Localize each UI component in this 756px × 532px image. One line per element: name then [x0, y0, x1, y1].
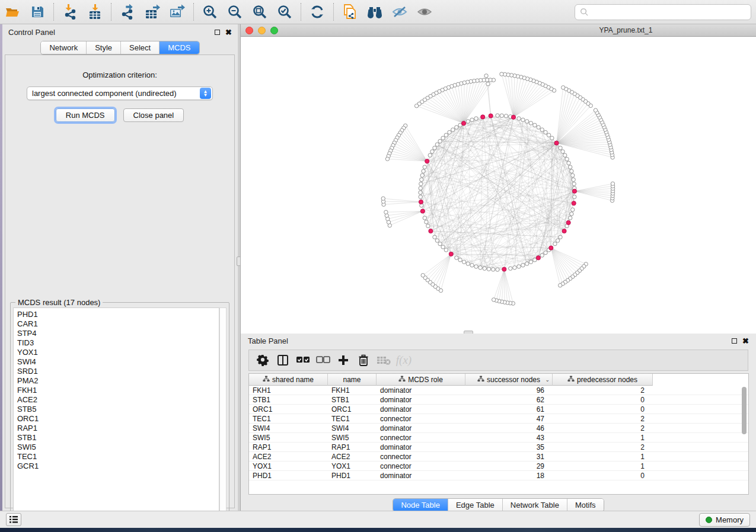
column-header-shared-name[interactable]: shared name [249, 374, 328, 386]
mcds-hub-node[interactable] [429, 229, 433, 233]
network-window-titlebar[interactable]: YPA_prune.txt_1 [241, 24, 756, 37]
network-node[interactable] [559, 146, 562, 150]
mcds-result-node[interactable]: TID3 [17, 338, 219, 348]
cell-predecessor-nodes[interactable]: 2 [553, 443, 653, 451]
network-node[interactable] [466, 120, 470, 123]
network-node[interactable] [537, 126, 540, 129]
cell-successor-nodes[interactable]: 47 [465, 414, 553, 423]
window-minimize-icon[interactable] [258, 27, 266, 34]
cell-MCDS-role[interactable]: dominator [377, 395, 465, 404]
network-node[interactable] [455, 126, 458, 129]
network-node[interactable] [570, 169, 573, 173]
network-node[interactable] [444, 133, 448, 137]
network-node[interactable] [441, 136, 445, 140]
close-panel-icon[interactable]: ✖ [225, 30, 232, 35]
cell-MCDS-role[interactable]: connector [377, 433, 465, 442]
tab-style[interactable]: Style [87, 41, 121, 54]
network-node[interactable] [544, 130, 547, 134]
import-table-icon[interactable] [85, 2, 105, 22]
cell-predecessor-nodes[interactable]: 2 [553, 414, 653, 423]
mcds-result-node[interactable]: FKH1 [17, 386, 219, 395]
cell-successor-nodes[interactable]: 46 [465, 424, 553, 432]
delete-table-icon[interactable] [375, 352, 393, 368]
cell-name[interactable]: TEC1 [328, 414, 377, 423]
network-node[interactable] [448, 130, 451, 134]
cell-shared-name[interactable]: ORC1 [249, 405, 328, 414]
network-node[interactable] [496, 268, 499, 271]
mcds-hub-node[interactable] [419, 200, 423, 204]
cell-name[interactable]: ACE2 [328, 452, 377, 461]
tab-network[interactable]: Network [41, 41, 87, 54]
zoom-selected-icon[interactable] [275, 2, 295, 22]
network-node[interactable] [420, 174, 424, 177]
column-header-successor-nodes[interactable]: successor nodes⌄ [465, 374, 553, 386]
cell-name[interactable]: SWI5 [328, 433, 377, 442]
network-node[interactable] [529, 121, 532, 125]
mcds-hub-node[interactable] [572, 189, 576, 193]
network-node[interactable] [438, 242, 442, 245]
network-node[interactable] [492, 298, 495, 302]
network-node[interactable] [562, 86, 565, 89]
network-node[interactable] [433, 235, 436, 239]
network-node[interactable] [504, 114, 508, 118]
mcds-result-node[interactable]: TEC1 [17, 452, 219, 462]
float-panel-icon[interactable] [215, 30, 220, 35]
search-input[interactable] [589, 6, 751, 19]
mcds-hub-node[interactable] [511, 115, 515, 119]
network-node[interactable] [569, 216, 572, 220]
network-node[interactable] [569, 165, 572, 169]
network-node[interactable] [466, 262, 470, 265]
mcds-result-node[interactable]: ORC1 [17, 414, 219, 424]
network-node[interactable] [572, 178, 575, 181]
network-node[interactable] [451, 128, 455, 132]
mcds-hub-node[interactable] [425, 159, 429, 164]
network-node[interactable] [500, 114, 503, 117]
column-header-predecessor-nodes[interactable]: predecessor nodes [553, 374, 653, 386]
mcds-result-node[interactable]: SWI4 [17, 357, 219, 367]
network-node[interactable] [419, 187, 422, 190]
cell-successor-nodes[interactable]: 29 [465, 462, 553, 470]
network-node[interactable] [422, 169, 425, 173]
import-network-icon[interactable] [60, 2, 80, 22]
network-node[interactable] [544, 251, 547, 254]
criterion-dropdown[interactable]: largest connected component (undirected)… [27, 86, 213, 100]
network-node[interactable] [565, 157, 569, 161]
cell-MCDS-role[interactable]: dominator [377, 443, 465, 451]
mcds-hub-node[interactable] [481, 115, 485, 119]
run-mcds-button[interactable]: Run MCDS [56, 108, 115, 122]
network-node[interactable] [430, 150, 434, 153]
cell-MCDS-role[interactable]: connector [377, 414, 465, 423]
network-node[interactable] [529, 260, 532, 264]
network-node[interactable] [486, 82, 490, 86]
tab-edge-table[interactable]: Edge Table [448, 499, 503, 511]
window-close-icon[interactable] [245, 27, 253, 34]
network-node[interactable] [483, 267, 486, 270]
network-node[interactable] [474, 265, 478, 268]
mcds-result-node[interactable]: SWI5 [17, 443, 219, 452]
mcds-hub-node[interactable] [572, 201, 576, 205]
mcds-result-node[interactable]: PMA2 [17, 376, 219, 386]
network-node[interactable] [533, 123, 537, 127]
table-row[interactable]: TEC1TEC1connector472 [249, 414, 748, 424]
network-node[interactable] [419, 195, 422, 198]
window-zoom-icon[interactable] [270, 27, 278, 34]
table-row[interactable]: SWI4SWI4dominator462 [249, 424, 748, 433]
mcds-hub-node[interactable] [562, 229, 566, 233]
cell-name[interactable]: SWI4 [328, 424, 377, 432]
mcds-result-node[interactable]: RAP1 [17, 424, 219, 433]
cell-shared-name[interactable]: YOX1 [249, 462, 328, 470]
network-node[interactable] [426, 224, 430, 227]
network-node[interactable] [513, 266, 516, 270]
close-table-panel-icon[interactable]: ✖ [742, 338, 749, 344]
add-icon[interactable] [334, 352, 352, 368]
network-node[interactable] [561, 150, 564, 153]
network-node[interactable] [421, 274, 425, 277]
network-node[interactable] [479, 266, 482, 270]
network-node[interactable] [559, 235, 562, 239]
mcds-result-node[interactable]: STB5 [17, 405, 219, 414]
network-node[interactable] [570, 212, 573, 216]
network-node[interactable] [517, 117, 521, 120]
cell-shared-name[interactable]: ACE2 [249, 452, 328, 461]
table-scrollbar-thumb[interactable] [742, 387, 747, 434]
refresh-icon[interactable] [307, 2, 327, 22]
